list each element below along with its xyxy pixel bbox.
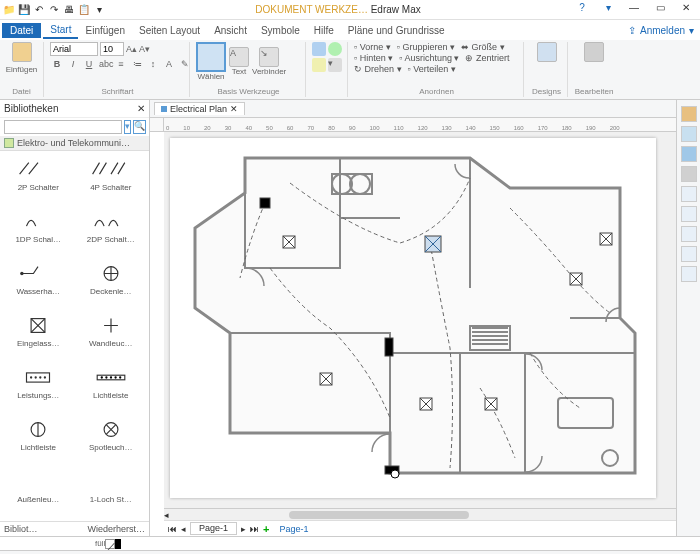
bold-button[interactable]: B	[50, 58, 64, 72]
login-more-icon[interactable]: ▾	[689, 25, 694, 36]
arrange-rotate[interactable]: ↻ Drehen ▾	[354, 64, 402, 74]
shape-2dp-switch[interactable]: 2DP Schalt…	[77, 207, 146, 257]
page-nav-first[interactable]: ⏮	[168, 524, 177, 534]
titlebar: 📁 💾 ↶ ↷ 🖶 📋 ▾ DOKUMENT WERKZE… Edraw Max…	[0, 0, 700, 20]
shape-more-icon[interactable]: ▾	[328, 58, 342, 72]
qat-print-icon[interactable]: 🖶	[62, 3, 76, 17]
shape-gallery-icon[interactable]	[312, 58, 326, 72]
add-page-button[interactable]: +	[263, 523, 269, 535]
highlight-button[interactable]: ✎	[178, 58, 192, 72]
arrange-align[interactable]: ▫ Ausrichtung ▾	[399, 53, 459, 63]
shape-ceiling-light[interactable]: Deckenle…	[77, 259, 146, 309]
svg-point-10	[105, 376, 107, 378]
tool-shadow-icon[interactable]	[681, 166, 697, 182]
arrange-back[interactable]: ▫ Hinten ▾	[354, 53, 393, 63]
login-link[interactable]: Anmelden	[640, 25, 685, 36]
shape-outdoor[interactable]: Außenleu…	[4, 467, 73, 517]
bullets-button[interactable]: ≔	[130, 58, 144, 72]
drawing-canvas[interactable]	[164, 132, 676, 508]
page-tab-1[interactable]: Page-1	[190, 522, 237, 535]
menu-plans[interactable]: Pläne und Grundrisse	[341, 23, 452, 38]
shape-spotlight[interactable]: Spotleuch…	[77, 415, 146, 465]
tool-props-icon[interactable]	[681, 226, 697, 242]
shape-light-strip-2[interactable]: Lichtleiste	[4, 415, 73, 465]
library-close-icon[interactable]: ✕	[137, 103, 145, 114]
linespace-button[interactable]: ↕	[146, 58, 160, 72]
shape-power[interactable]: Leistungs…	[4, 363, 73, 413]
close-button[interactable]: ✕	[674, 2, 698, 18]
shape-rect-icon[interactable]	[312, 42, 326, 56]
tool-doc-icon[interactable]	[681, 186, 697, 202]
file-menu[interactable]: Datei	[2, 23, 41, 38]
tool-help-icon[interactable]	[681, 266, 697, 282]
shape-1dp-switch[interactable]: 1DP Schal…	[4, 207, 73, 257]
menu-help[interactable]: Hilfe	[307, 23, 341, 38]
italic-button[interactable]: I	[66, 58, 80, 72]
shape-4p-switch[interactable]: 4P Schalter	[77, 155, 146, 205]
arrange-size[interactable]: ⬌ Größe ▾	[461, 42, 505, 52]
shape-light-strip[interactable]: Lichtleiste	[77, 363, 146, 413]
font-name-select[interactable]	[50, 42, 98, 56]
arrange-distribute[interactable]: ▫ Verteilen ▾	[408, 64, 456, 74]
library-search-input[interactable]	[4, 120, 122, 134]
tool-layer-icon[interactable]	[681, 206, 697, 222]
lib-footer-right[interactable]: Wiederherst…	[87, 524, 145, 534]
color-none-icon[interactable]: ／	[105, 539, 115, 549]
menu-view[interactable]: Ansicht	[207, 23, 254, 38]
share-icon[interactable]: ⇪	[628, 25, 636, 36]
font-shrink-icon[interactable]: A▾	[139, 44, 150, 54]
arrange-group[interactable]: ▫ Gruppieren ▾	[397, 42, 455, 52]
menu-page-layout[interactable]: Seiten Layout	[132, 23, 207, 38]
connector-tool-icon[interactable]: ↘	[259, 47, 279, 67]
arrange-front[interactable]: ▫ Vorne ▾	[354, 42, 391, 52]
h-scrollbar[interactable]: ◂	[164, 508, 676, 520]
menu-insert[interactable]: Einfügen	[78, 23, 131, 38]
chevron-down-icon[interactable]: ▾	[596, 2, 620, 18]
qat-folder-icon[interactable]: 📁	[2, 3, 16, 17]
shape-2p-switch[interactable]: 2P Schalter	[4, 155, 73, 205]
shape-1hole[interactable]: 1-Loch St…	[77, 467, 146, 517]
qat-copy-icon[interactable]: 📋	[77, 3, 91, 17]
qat-more-icon[interactable]: ▾	[92, 3, 106, 17]
align-button[interactable]: ≡	[114, 58, 128, 72]
search-icon[interactable]: 🔍	[133, 120, 146, 134]
qat-undo-icon[interactable]: ↶	[32, 3, 46, 17]
qat-save-icon[interactable]: 💾	[17, 3, 31, 17]
strike-button[interactable]: abc	[98, 58, 112, 72]
page-link[interactable]: Page-1	[279, 524, 308, 534]
menu-start[interactable]: Start	[43, 22, 78, 39]
edit-icon[interactable]	[584, 42, 604, 62]
color-swatch[interactable]	[115, 539, 121, 549]
font-grow-icon[interactable]: A▴	[126, 44, 137, 54]
library-dropdown-icon[interactable]: ▾	[124, 120, 131, 134]
arrange-center[interactable]: ⊕ Zentriert	[465, 53, 509, 63]
tool-line-icon[interactable]	[681, 146, 697, 162]
shape-waterproof[interactable]: Wasserha…	[4, 259, 73, 309]
designs-icon[interactable]	[537, 42, 557, 62]
font-size-select[interactable]	[100, 42, 124, 56]
shape-recessed[interactable]: Eingelass…	[4, 311, 73, 361]
underline-button[interactable]: U	[82, 58, 96, 72]
shape-circle-icon[interactable]	[328, 42, 342, 56]
font-color-button[interactable]: A	[162, 58, 176, 72]
shape-wall-light[interactable]: Wandleuc…	[77, 311, 146, 361]
library-category[interactable]: Elektro- und Telekommuni…	[0, 136, 149, 151]
select-tool[interactable]	[196, 42, 226, 72]
tool-comment-icon[interactable]	[681, 246, 697, 262]
page-nav-last[interactable]: ⏭	[250, 524, 259, 534]
tool-fill-icon[interactable]	[681, 126, 697, 142]
doc-tab-close-icon[interactable]: ✕	[230, 104, 238, 114]
page[interactable]	[170, 138, 656, 498]
paste-icon[interactable]	[12, 42, 32, 62]
tool-pointer-icon[interactable]	[681, 106, 697, 122]
text-tool-icon[interactable]: A	[229, 47, 249, 67]
menu-symbols[interactable]: Symbole	[254, 23, 307, 38]
maximize-button[interactable]: ▭	[648, 2, 672, 18]
page-nav-next[interactable]: ▸	[241, 524, 246, 534]
minimize-button[interactable]: —	[622, 2, 646, 18]
doc-tab-electrical[interactable]: Electrical Plan ✕	[154, 102, 245, 115]
qat-redo-icon[interactable]: ↷	[47, 3, 61, 17]
help-icon[interactable]: ?	[570, 2, 594, 18]
lib-footer-left[interactable]: Bibliot…	[4, 524, 38, 534]
page-nav-prev[interactable]: ◂	[181, 524, 186, 534]
